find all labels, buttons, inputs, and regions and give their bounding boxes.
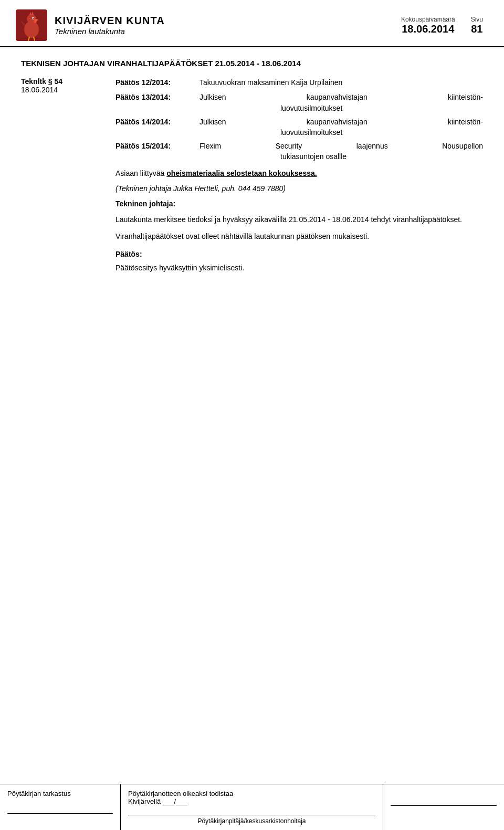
decision-13-text: Julkisen kaupanvahvistajan kiinteistön- — [200, 92, 483, 102]
footer-left-label: Pöytäkirjan tarkastus — [7, 790, 71, 797]
decision-13-continuation: luovutusilmoitukset — [280, 104, 483, 112]
section-date: 18.06.2014 — [21, 86, 116, 94]
decision-13: Päätös 13/2014: Julkisen kaupanvahvistaj… — [116, 92, 483, 102]
footer-right-sig-line — [391, 805, 497, 808]
page-number-block: Sivu 81 — [471, 16, 483, 35]
note-bold: oheismateriaalia selostetaan kokouksessa… — [166, 169, 317, 177]
decision-14: Päätös 14/2014: Julkisen kaupanvahvistaj… — [116, 117, 483, 127]
section-block: Teknltk § 54 18.06.2014 Päätös 12/2014: … — [21, 76, 483, 279]
body-text-2: Viranhaltijapäätökset ovat olleet nähtäv… — [116, 231, 483, 243]
footer-left-sig-line — [7, 813, 113, 816]
decision-15-text: Flexim Security laajennus Nousupellon — [200, 141, 483, 151]
d14-w1: Julkisen — [200, 117, 226, 127]
section-id: Teknltk § 54 — [21, 77, 116, 86]
org-name-sub: Tekninen lautakunta — [55, 27, 165, 36]
d13-w3: kiinteistön- — [448, 92, 483, 102]
footer-middle: Pöytäkirjanotteen oikeaksi todistaa Kivi… — [121, 784, 383, 830]
decision-12-text: Takuuvuokran maksaminen Kaija Urpilainen — [200, 77, 483, 88]
footer-middle-line1: Pöytäkirjanotteen oikeaksi todistaa — [128, 790, 375, 797]
note-line: Asiaan liittyvää oheismateriaalia selost… — [116, 168, 483, 179]
header-meta-row: Kokouspäivämäärä 18.06.2014 Sivu 81 — [401, 16, 483, 35]
decision-12-label: Päätös 12/2014: — [116, 77, 184, 88]
note-prefix: Asiaan liittyvää — [116, 169, 164, 177]
decision-12: Päätös 12/2014: Takuuvuokran maksaminen … — [116, 77, 483, 88]
footer-middle-sig: Pöytäkirjanpitäjä/keskusarkistonhoitaja — [128, 815, 375, 825]
page-number-value: 81 — [471, 23, 482, 35]
d14-w3: kiinteistön- — [448, 117, 483, 127]
footer-middle-line2: Kivijärvellä ___/___ — [128, 797, 375, 805]
footer-right — [383, 784, 504, 830]
org-name-block: KIVIJÄRVEN KUNTA Tekninen lautakunta — [55, 15, 165, 36]
decision-13-label: Päätös 13/2014: — [116, 92, 184, 102]
decision-14-continuation: luovutusilmoitukset — [280, 128, 483, 136]
d14-w2: kaupanvahvistajan — [307, 117, 368, 127]
decision-15: Päätös 15/2014: Flexim Security laajennu… — [116, 141, 483, 151]
meeting-date-block: Kokouspäivämäärä 18.06.2014 — [401, 16, 455, 35]
svg-point-10 — [34, 19, 37, 23]
org-name-main: KIVIJÄRVEN KUNTA — [55, 15, 165, 27]
page-footer: Pöytäkirjan tarkastus Pöytäkirjanotteen … — [0, 784, 504, 830]
decision-15-continuation: tukiasuntojen osallle — [280, 152, 483, 161]
d15-w4: Nousupellon — [442, 141, 483, 151]
header-right: Kokouspäivämäärä 18.06.2014 Sivu 81 — [401, 16, 483, 35]
decision-15-label: Päätös 15/2014: — [116, 141, 184, 151]
d13-w2: kaupanvahvistajan — [307, 92, 368, 102]
meeting-date-label: Kokouspäivämäärä — [401, 16, 455, 23]
section-left: Teknltk § 54 18.06.2014 — [21, 76, 116, 279]
main-content: Teknltk § 54 18.06.2014 Päätös 12/2014: … — [0, 71, 504, 830]
page: KIVIJÄRVEN KUNTA Tekninen lautakunta Kok… — [0, 0, 504, 830]
decision-14-label: Päätös 14/2014: — [116, 117, 184, 127]
d15-w1: Flexim — [200, 141, 221, 151]
svg-point-9 — [33, 18, 34, 19]
decision-14-text: Julkisen kaupanvahvistajan kiinteistön- — [200, 117, 483, 127]
page-number-label: Sivu — [471, 16, 483, 23]
org-logo — [16, 9, 47, 41]
footer-left: Pöytäkirjan tarkastus — [0, 784, 121, 830]
page-header: KIVIJÄRVEN KUNTA Tekninen lautakunta Kok… — [0, 0, 504, 47]
tekninen-johtaja-label: Tekninen johtaja: — [116, 199, 483, 208]
contact-info: (Tekninen johtaja Jukka Hertteli, puh. 0… — [116, 183, 483, 194]
d13-w1: Julkisen — [200, 92, 226, 102]
d15-w3: laajennus — [356, 141, 388, 151]
header-left: KIVIJÄRVEN KUNTA Tekninen lautakunta — [16, 9, 165, 41]
paatos-text: Päätösesitys hyväksyttiin yksimielisesti… — [116, 262, 483, 274]
meeting-date-value: 18.06.2014 — [402, 23, 454, 35]
footer-middle-top: Pöytäkirjanotteen oikeaksi todistaa Kivi… — [128, 790, 375, 805]
body-text-1: Lautakunta merkitsee tiedoksi ja hyväksy… — [116, 214, 483, 226]
section-right: Päätös 12/2014: Takuuvuokran maksaminen … — [116, 76, 483, 279]
main-title: TEKNISEN JOHTAJAN VIRANHALTIJAPÄÄTÖKSET … — [0, 47, 504, 71]
paatos-label: Päätös: — [116, 250, 483, 258]
d15-w2: Security — [276, 141, 302, 151]
